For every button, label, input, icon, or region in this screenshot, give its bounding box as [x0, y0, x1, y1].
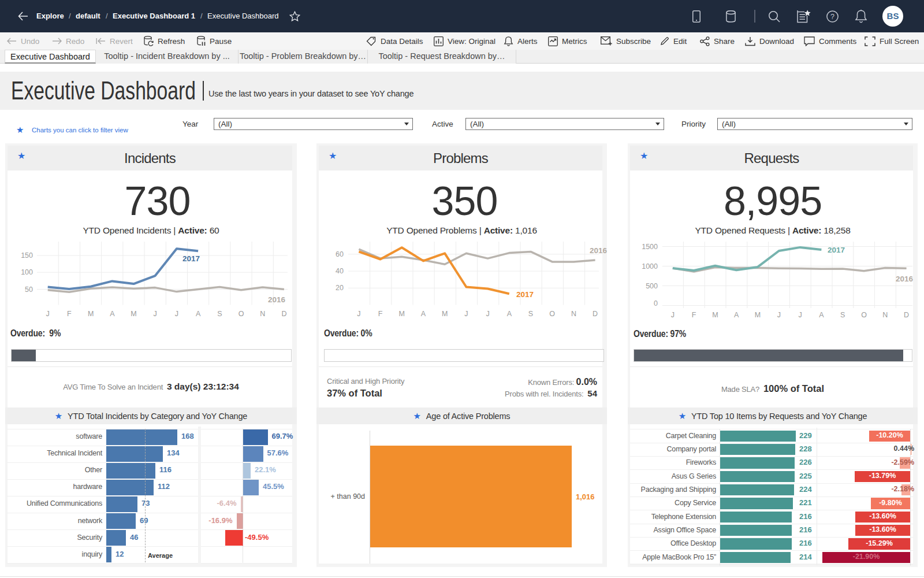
- svg-text:J: J: [46, 310, 50, 318]
- svg-text:1500: 1500: [642, 243, 658, 251]
- svg-text:M: M: [131, 310, 136, 318]
- svg-text:J: J: [798, 311, 802, 319]
- svg-text:J: J: [154, 310, 157, 318]
- svg-text:D: D: [593, 310, 598, 318]
- svg-text:1000: 1000: [642, 262, 658, 271]
- svg-text:M: M: [88, 310, 94, 318]
- svg-text:N: N: [260, 310, 265, 318]
- svg-text:150: 150: [21, 251, 33, 260]
- svg-text:A: A: [819, 311, 824, 319]
- svg-text:50: 50: [25, 286, 33, 294]
- svg-text:60: 60: [336, 250, 344, 258]
- svg-text:N: N: [571, 310, 576, 318]
- svg-text:500: 500: [646, 282, 658, 290]
- svg-text:2016: 2016: [268, 295, 286, 304]
- svg-text:A: A: [421, 310, 426, 318]
- svg-text:A: A: [507, 310, 512, 318]
- svg-text:D: D: [281, 310, 286, 318]
- svg-text:M: M: [755, 311, 761, 319]
- svg-text:S: S: [217, 310, 222, 318]
- svg-text:N: N: [882, 311, 888, 319]
- svg-text:M: M: [712, 311, 718, 319]
- svg-text:J: J: [464, 310, 468, 318]
- svg-text:2016: 2016: [590, 246, 608, 255]
- svg-text:20: 20: [336, 284, 344, 292]
- svg-text:J: J: [671, 311, 675, 319]
- svg-text:J: J: [357, 310, 360, 318]
- svg-text:2016: 2016: [896, 275, 914, 283]
- svg-text:M: M: [442, 310, 448, 318]
- svg-text:40: 40: [336, 267, 344, 275]
- svg-text:2017: 2017: [516, 290, 534, 299]
- svg-text:O: O: [861, 311, 867, 319]
- svg-text:J: J: [777, 311, 781, 319]
- svg-text:100: 100: [21, 268, 33, 276]
- svg-text:J: J: [175, 310, 178, 318]
- svg-text:O: O: [549, 310, 555, 318]
- svg-text:F: F: [692, 311, 696, 319]
- svg-text:S: S: [528, 310, 533, 318]
- svg-text:F: F: [67, 310, 72, 318]
- svg-text:M: M: [399, 310, 405, 318]
- svg-text:J: J: [486, 310, 489, 318]
- svg-text:2017: 2017: [828, 246, 845, 254]
- svg-text:S: S: [840, 311, 845, 319]
- svg-text:A: A: [110, 310, 115, 318]
- svg-text:A: A: [734, 311, 739, 319]
- svg-text:O: O: [239, 310, 244, 318]
- svg-text:0: 0: [654, 299, 658, 307]
- svg-text:F: F: [378, 310, 383, 318]
- svg-text:D: D: [904, 311, 909, 319]
- svg-text:A: A: [196, 310, 201, 318]
- svg-text:2017: 2017: [182, 254, 200, 263]
